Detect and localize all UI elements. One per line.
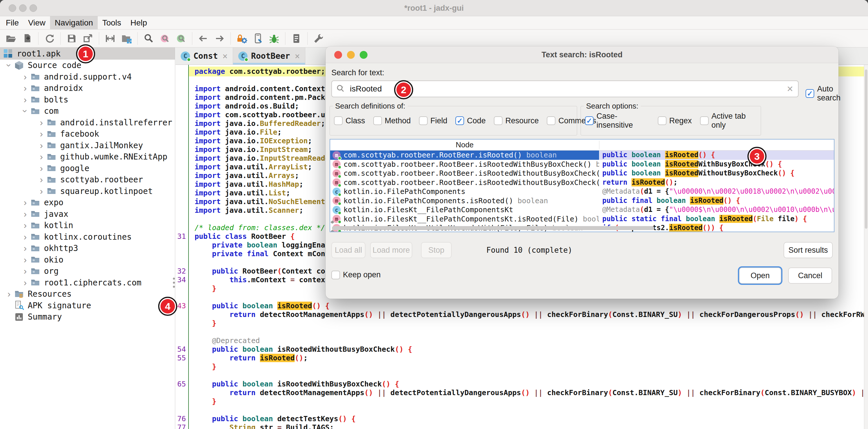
- load-more-button[interactable]: Load more: [370, 242, 412, 258]
- chevron-right-icon[interactable]: ›: [4, 289, 14, 299]
- checkbox-unchecked-icon[interactable]: [331, 271, 340, 279]
- sidebar-item-scottyab-rootbeer[interactable]: ›scottyab.rootbeer: [0, 174, 175, 185]
- chevron-down-icon[interactable]: ›: [20, 106, 31, 116]
- fit-width-icon[interactable]: [103, 32, 117, 45]
- keep-open-checkbox[interactable]: Keep open: [331, 270, 381, 279]
- sidebar-item-gantix-jailmonkey[interactable]: ›gantix.JailMonkey: [0, 140, 175, 151]
- opt-active-tab-only-checkbox[interactable]: Active tab only: [700, 112, 758, 130]
- sidebar-item-github-wumke-rnexitapp[interactable]: ›github.wumke.RNExitApp: [0, 151, 175, 163]
- chevron-right-icon[interactable]: ›: [20, 232, 30, 242]
- tab-close-icon[interactable]: ×: [294, 51, 300, 61]
- editor-scrollbar[interactable]: [864, 65, 868, 429]
- chevron-right-icon[interactable]: ›: [36, 151, 46, 162]
- tab-const[interactable]: CConst×: [176, 48, 233, 64]
- sidebar-item-javax[interactable]: ›javax: [0, 208, 175, 220]
- sidebar-item-androidx[interactable]: ›androidx: [0, 83, 175, 94]
- search-result-row[interactable]: ckotlin.io.FilesKt__FilePathComponentsKt…: [330, 205, 834, 214]
- chevron-right-icon[interactable]: ›: [36, 163, 46, 174]
- chevron-right-icon[interactable]: ›: [36, 117, 46, 128]
- chevron-right-icon[interactable]: ›: [36, 174, 46, 185]
- menu-view[interactable]: View: [24, 16, 50, 29]
- checkbox-unchecked-icon[interactable]: [419, 116, 428, 125]
- checkbox-unchecked-icon[interactable]: [547, 116, 555, 125]
- chevron-right-icon[interactable]: ›: [20, 266, 30, 277]
- preferences-icon[interactable]: [312, 32, 325, 45]
- def-method-checkbox[interactable]: Method: [373, 116, 411, 125]
- def-resource-checkbox[interactable]: Resource: [494, 116, 539, 125]
- reload-icon[interactable]: [43, 32, 56, 45]
- chevron-right-icon[interactable]: ›: [20, 254, 30, 265]
- sidebar-item-google[interactable]: ›google: [0, 163, 175, 174]
- chevron-right-icon[interactable]: ›: [20, 277, 30, 288]
- sidebar-item-okhttp3[interactable]: ›okhttp3: [0, 242, 175, 254]
- sidebar-item-squareup-kotlinpoet[interactable]: ›squareup.kotlinpoet: [0, 185, 175, 197]
- workspace-icon[interactable]: [120, 32, 133, 45]
- sidebar-item-expo[interactable]: ›expo: [0, 197, 175, 208]
- clear-search-icon[interactable]: ✕: [787, 84, 794, 94]
- deobfuscation-icon[interactable]: [235, 32, 248, 45]
- sidebar-item-kotlinx-coroutines[interactable]: ›kotlinx.coroutines: [0, 231, 175, 243]
- sidebar-item-summary[interactable]: Summary: [0, 311, 175, 323]
- tab-close-icon[interactable]: ×: [222, 51, 227, 61]
- menu-help[interactable]: Help: [126, 16, 152, 29]
- chevron-right-icon[interactable]: ›: [36, 128, 46, 139]
- sidebar-item-root1-ciphercats-com[interactable]: ›root1.ciphercats.com: [0, 277, 175, 289]
- checkbox-unchecked-icon[interactable]: [373, 116, 382, 125]
- chevron-right-icon[interactable]: ›: [20, 243, 30, 254]
- sidebar-item-apk-signature[interactable]: APK signature: [0, 300, 175, 312]
- checkbox-checked-icon[interactable]: [455, 116, 464, 125]
- menu-tools[interactable]: Tools: [98, 16, 126, 29]
- debugger-icon[interactable]: [268, 32, 281, 45]
- sidebar-item-android-support-v4[interactable]: ›android.support.v4: [0, 71, 175, 83]
- chevron-right-icon[interactable]: ›: [20, 72, 30, 82]
- checkbox-unchecked-icon[interactable]: [658, 116, 666, 125]
- search-result-row[interactable]: ckotlin.io.FilePathComponents@Metadata(d…: [330, 187, 834, 196]
- sort-results-button[interactable]: Sort results: [783, 242, 833, 258]
- save-all-icon[interactable]: [65, 32, 79, 45]
- text-search-icon[interactable]: [142, 32, 155, 45]
- sidebar-item-com[interactable]: ›com: [0, 105, 175, 117]
- back-icon[interactable]: [197, 32, 210, 45]
- splitter-handle[interactable]: [173, 276, 176, 290]
- export-icon[interactable]: [81, 32, 95, 45]
- sidebar-item-facebook[interactable]: ›facebook: [0, 128, 175, 140]
- open-device-icon[interactable]: [251, 32, 265, 45]
- search-result-row[interactable]: mkotlin.io.FilePathComponents.isRooted()…: [330, 196, 834, 205]
- def-code-checkbox[interactable]: Code: [455, 116, 486, 125]
- add-files-icon[interactable]: [21, 32, 34, 45]
- checkbox-checked-icon[interactable]: [585, 116, 594, 125]
- sidebar-item-bolts[interactable]: ›bolts: [0, 94, 175, 106]
- comment-search-icon[interactable]: [174, 32, 188, 45]
- search-result-row[interactable]: mcom.scottyab.rootbeer.RootBeer.isRooted…: [330, 178, 834, 187]
- checkbox-checked-icon[interactable]: [806, 89, 814, 98]
- load-all-button[interactable]: Load all: [331, 242, 366, 258]
- def-field-checkbox[interactable]: Field: [419, 116, 447, 125]
- menu-navigation[interactable]: Navigation: [50, 16, 97, 29]
- chevron-right-icon[interactable]: ›: [20, 197, 30, 208]
- sidebar-item-resources[interactable]: ›Resources: [0, 288, 175, 300]
- open-button[interactable]: Open: [739, 267, 781, 284]
- chevron-right-icon[interactable]: ›: [20, 83, 30, 93]
- open-file-icon[interactable]: [4, 32, 18, 45]
- class-search-icon[interactable]: [158, 32, 172, 45]
- stop-button[interactable]: Stop: [421, 242, 452, 258]
- cancel-button[interactable]: Cancel: [788, 267, 832, 284]
- sidebar-item-okio[interactable]: ›okio: [0, 254, 175, 266]
- sidebar-item-android-installreferrer[interactable]: ›android.installreferrer: [0, 117, 175, 128]
- checkbox-unchecked-icon[interactable]: [494, 116, 502, 125]
- editor-scrollbar-thumb[interactable]: [865, 69, 867, 229]
- search-result-row[interactable]: mkotlin.io.FilesKt__FilePathComponentsKt…: [330, 214, 834, 224]
- opt-regex-checkbox[interactable]: Regex: [658, 116, 692, 125]
- auto-search-checkbox[interactable]: Auto search: [806, 85, 840, 103]
- chevron-right-icon[interactable]: ›: [20, 209, 30, 220]
- opt-case-insensitive-checkbox[interactable]: Case-insensitive: [585, 112, 650, 130]
- results-horizontal-scrollbar[interactable]: [332, 226, 654, 230]
- tab-rootbeer[interactable]: CRootBeer×: [233, 48, 305, 64]
- def-class-checkbox[interactable]: Class: [334, 116, 365, 125]
- sidebar-item-kotlin[interactable]: ›kotlin: [0, 220, 175, 231]
- menu-file[interactable]: File: [1, 16, 24, 29]
- chevron-right-icon[interactable]: ›: [20, 220, 30, 231]
- keep-open-checkbox[interactable]: Keep open: [331, 270, 381, 279]
- chevron-right-icon[interactable]: ›: [20, 94, 30, 105]
- search-result-row[interactable]: mcom.scottyab.rootbeer.RootBeer.isRooted…: [330, 169, 834, 178]
